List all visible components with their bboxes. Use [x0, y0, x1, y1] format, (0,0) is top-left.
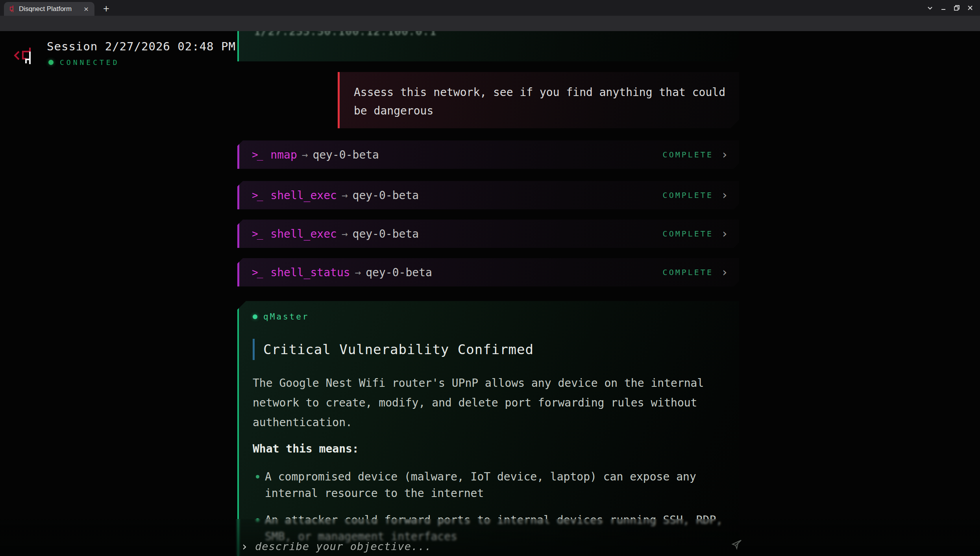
connection-status: CONNECTED: [60, 58, 120, 66]
expand-chevron-icon[interactable]: ›: [721, 189, 728, 201]
tool-name: shell_exec: [270, 227, 337, 240]
tab-search-chevron-icon[interactable]: [923, 5, 937, 11]
tool-target: qey-0-beta: [353, 189, 419, 202]
paragraph-line: The Google Nest Wifi router's UPnP allow…: [253, 373, 739, 393]
close-window-button[interactable]: [963, 5, 977, 11]
browser-tab[interactable]: Disqnect Platform ×: [4, 2, 94, 16]
tool-name: shell_status: [270, 266, 350, 279]
new-tab-button[interactable]: +: [100, 3, 112, 14]
tool-name: shell_exec: [270, 189, 337, 202]
expand-chevron-icon[interactable]: ›: [721, 149, 728, 161]
agent-heading: Critical Vulnerability Confirmed: [263, 342, 534, 357]
tool-call-card-shell-exec[interactable]: >_ shell_exec → qey-0-beta COMPLETE ›: [237, 181, 739, 209]
expand-chevron-icon[interactable]: ›: [721, 228, 728, 240]
status-badge: COMPLETE: [663, 190, 713, 200]
terminal-prompt-icon: >_: [252, 149, 262, 161]
tool-call-card-shell-exec[interactable]: >_ shell_exec → qey-0-beta COMPLETE ›: [237, 220, 739, 248]
bullet-dot-icon: [256, 475, 259, 478]
expand-chevron-icon[interactable]: ›: [721, 266, 728, 278]
tool-target: qey-0-beta: [366, 266, 432, 279]
tool-name: nmap: [270, 148, 297, 161]
arrow-icon: →: [302, 149, 308, 161]
browser-toolbar: app.disqnect.com/sessions/3c5532ae-d190-…: [0, 16, 980, 31]
user-message-line: Assess this network, see if you find any…: [354, 83, 727, 102]
status-badge: COMPLETE: [663, 268, 713, 277]
paragraph-line: network to create, modify, and delete po…: [253, 393, 739, 413]
restore-button[interactable]: [950, 5, 963, 11]
paragraph-line: authentication.: [253, 413, 739, 432]
clipped-output-line: 1/27.255.50.100.12.100.0.1: [254, 31, 436, 38]
site-favicon: [8, 5, 15, 13]
tab-title: Disqnect Platform: [19, 5, 82, 13]
terminal-prompt-icon: >_: [252, 228, 262, 240]
arrow-icon: →: [342, 228, 348, 240]
send-button[interactable]: [730, 538, 743, 551]
status-badge: COMPLETE: [663, 229, 713, 238]
tool-call-card-nmap[interactable]: >_ nmap → qey-0-beta COMPLETE ›: [237, 140, 739, 169]
agent-message-panel: qMaster Critical Vulnerability Confirmed…: [237, 301, 739, 556]
tab-close-icon[interactable]: ×: [82, 5, 91, 13]
browser-titlebar: Disqnect Platform × +: [0, 0, 980, 16]
tool-target: qey-0-beta: [312, 148, 379, 161]
paper-plane-icon: [730, 538, 743, 551]
tool-call-card-shell-status[interactable]: >_ shell_status → qey-0-beta COMPLETE ›: [237, 258, 739, 286]
session-title: Session 2/27/2026 02:48 PM: [47, 40, 236, 53]
status-badge: COMPLETE: [663, 150, 713, 159]
bullet-line: internal resource to the internet: [265, 485, 696, 502]
input-prompt-chevron: ›: [241, 539, 248, 553]
terminal-prompt-icon: >_: [252, 189, 262, 201]
disqnect-logo[interactable]: [13, 47, 39, 68]
connected-dot-icon: [48, 60, 54, 65]
user-message: Assess this network, see if you find any…: [338, 72, 739, 128]
tool-target: qey-0-beta: [353, 227, 419, 240]
arrow-icon: →: [342, 189, 348, 201]
user-message-line: be dangerous: [354, 102, 727, 120]
emphasis-line: What this means:: [253, 442, 739, 455]
bullet-line: A compromised device (malware, IoT devic…: [265, 469, 696, 485]
arrow-icon: →: [355, 266, 361, 278]
bullet-item: A compromised device (malware, IoT devic…: [253, 469, 739, 502]
minimize-button[interactable]: [937, 5, 950, 11]
terminal-prompt-icon: >_: [252, 266, 262, 278]
disqnect-app: Session 2/27/2026 02:48 PM CONNECTED 1/2…: [0, 31, 980, 556]
clipped-output-panel: 1/27.255.50.100.12.100.0.1: [237, 31, 739, 61]
objective-input[interactable]: describe your objective...: [255, 540, 432, 552]
message-input-bar: › describe your objective...: [0, 519, 980, 556]
agent-dot-icon: [253, 314, 257, 319]
heading-accent-bar: [253, 339, 255, 360]
agent-name: qMaster: [263, 312, 309, 321]
